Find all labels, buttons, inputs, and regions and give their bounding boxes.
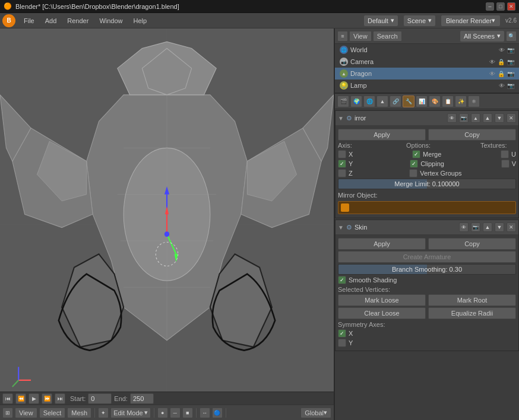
clipping-check[interactable] (410, 160, 418, 168)
global-dropdown[interactable]: Global ▾ (300, 408, 331, 418)
lamp-render-icon[interactable]: 📷 (507, 82, 514, 89)
axis-y-check[interactable] (338, 160, 346, 168)
prop-scene-icon[interactable]: 🌍 (350, 96, 362, 107)
transform-icon[interactable]: ↔ (200, 408, 210, 418)
start-frame-field[interactable]: 0 (88, 393, 112, 404)
mirror-down-btn[interactable]: ▼ (495, 113, 504, 123)
menu-render[interactable]: Render (62, 16, 93, 26)
mirror-close-btn[interactable]: ✕ (507, 113, 516, 123)
camera-render-icon[interactable]: 📷 (507, 59, 514, 65)
timeline-back-btn[interactable]: ⏮ (2, 393, 13, 404)
mark-loose-btn[interactable]: Mark Loose (338, 294, 426, 306)
search-icon[interactable]: 🔍 (506, 31, 517, 42)
menu-window[interactable]: Window (94, 16, 127, 26)
prop-world-icon[interactable]: 🌐 (363, 96, 375, 107)
lamp-eye-icon[interactable]: 👁 (499, 82, 505, 89)
world-eye-icon[interactable]: 👁 (499, 47, 505, 53)
mode-arrow: ▾ (144, 409, 148, 416)
outliner-dragon[interactable]: ▲ Dragon 👁 🔒 📷 (335, 68, 519, 79)
mirror-up-btn[interactable]: ▲ (483, 113, 492, 123)
menu-file[interactable]: File (19, 16, 39, 26)
skin-apply-btn[interactable]: Apply (338, 238, 426, 250)
skin-eye-btn[interactable]: 👁 (459, 222, 469, 232)
scene-dropdown[interactable]: Scene ▾ (403, 15, 436, 27)
prop-data-icon[interactable]: 📊 (416, 96, 428, 107)
axis-x-check[interactable] (338, 150, 346, 158)
select-menu[interactable]: Select (39, 408, 66, 418)
tex-u-check[interactable] (501, 150, 509, 158)
prop-render-icon[interactable]: 🎬 (337, 96, 349, 107)
minimize-button[interactable]: – (486, 2, 494, 11)
prop-particle-icon[interactable]: ✨ (455, 96, 467, 107)
end-frame-field[interactable]: 250 (130, 393, 154, 404)
close-button[interactable]: ✕ (507, 2, 515, 11)
mirror-render-btn[interactable]: ▲ (471, 113, 480, 123)
menu-add[interactable]: Add (40, 16, 62, 26)
face-select-icon[interactable]: ■ (182, 408, 193, 418)
mirror-copy-btn[interactable]: Copy (428, 129, 516, 141)
mark-root-btn[interactable]: Mark Root (428, 294, 516, 306)
camera-lock-icon[interactable]: 🔒 (498, 59, 505, 65)
mode-selector[interactable]: Edit Mode ▾ (110, 408, 151, 418)
edge-select-icon[interactable]: ─ (170, 408, 181, 418)
dragon-lock-icon[interactable]: 🔒 (498, 71, 505, 77)
prop-object-icon[interactable]: ▲ (376, 96, 388, 107)
create-armature-btn[interactable]: Create Armature (338, 251, 516, 263)
engine-dropdown[interactable]: Blender Render ▾ (441, 15, 501, 27)
clear-loose-btn[interactable]: Clear Loose (338, 307, 426, 319)
camera-eye-icon[interactable]: 👁 (489, 59, 495, 65)
snap-icon[interactable]: 🔵 (212, 408, 223, 418)
blender-logo-button[interactable]: B (2, 14, 15, 27)
all-scenes-dropdown[interactable]: All Scenes ▾ (460, 30, 505, 42)
viewport[interactable]: User Ortho (0, 28, 335, 420)
mirror-modifier-header[interactable]: ▼ ⚙ irror 👁 📷 ▲ ▲ ▼ ✕ (336, 111, 518, 125)
vertex-select-icon[interactable]: ● (157, 408, 168, 418)
mirror-apply-btn[interactable]: Apply (338, 129, 426, 141)
merge-check[interactable] (412, 150, 420, 158)
prop-physics-icon[interactable]: ⚛ (468, 96, 480, 107)
version-label: v2.6 (505, 17, 517, 24)
prop-modifier-icon[interactable]: 🔧 (403, 96, 414, 107)
title-text: Blender* [C:\Users\Ben\Dropbox\Blender\d… (15, 3, 179, 10)
mesh-menu[interactable]: Mesh (67, 408, 91, 418)
menu-help[interactable]: Help (129, 16, 152, 26)
sym-y-check[interactable] (338, 339, 346, 347)
view-menu[interactable]: User Ortho View (15, 408, 37, 418)
axis-z-check[interactable] (338, 169, 346, 177)
merge-limit-slider[interactable]: Merge Limit: 0.100000 (338, 179, 516, 189)
mirror-obj-icon (341, 203, 349, 212)
skin-down-btn[interactable]: ▼ (495, 222, 504, 232)
skin-camera-btn[interactable]: 📷 (471, 222, 480, 232)
world-render-icon[interactable]: 📷 (507, 47, 514, 53)
prop-texture-icon[interactable]: 📋 (442, 96, 454, 107)
tex-v-check[interactable] (501, 160, 509, 168)
skin-modifier-header[interactable]: ▼ ⚙ Skin 👁 📷 ▲ ▼ ✕ (336, 220, 518, 234)
viewport-view-icon[interactable]: ⊞ (2, 408, 13, 418)
outliner-world[interactable]: 🌐 World 👁 📷 (335, 44, 519, 56)
dragon-render-icon[interactable]: 📷 (507, 71, 514, 77)
skin-up-btn[interactable]: ▲ (483, 222, 492, 232)
skin-close-btn[interactable]: ✕ (507, 222, 516, 232)
layout-dropdown[interactable]: Default ▾ (363, 15, 398, 27)
outliner-lamp[interactable]: 💡 Lamp 👁 📷 (335, 79, 519, 91)
mirror-object-field[interactable] (338, 201, 516, 214)
dragon-eye-icon[interactable]: 👁 (489, 71, 495, 77)
branch-smoothing-slider[interactable]: Branch Smoothing: 0.30 (338, 264, 516, 275)
prop-material-icon[interactable]: 🎨 (429, 96, 441, 107)
timeline-next-btn[interactable]: ⏩ (42, 393, 52, 404)
timeline-play-btn[interactable]: ▶ (29, 393, 39, 404)
sym-x-check[interactable] (338, 329, 346, 338)
timeline-end-btn[interactable]: ⏭ (55, 393, 65, 404)
outliner-search[interactable]: Search (373, 31, 402, 42)
maximize-button[interactable]: □ (496, 2, 505, 11)
vertex-groups-check[interactable] (409, 169, 417, 177)
outliner-view[interactable]: View (349, 31, 372, 42)
mirror-eye-btn[interactable]: 👁 (447, 113, 457, 123)
prop-constraints-icon[interactable]: 🔗 (390, 96, 401, 107)
smooth-shading-check[interactable] (338, 276, 346, 284)
mirror-camera-btn[interactable]: 📷 (459, 113, 469, 123)
equalize-radii-btn[interactable]: Equalize Radii (428, 307, 516, 319)
timeline-prev-btn[interactable]: ⏪ (15, 393, 26, 404)
skin-copy-btn[interactable]: Copy (428, 238, 516, 250)
outliner-camera[interactable]: 📷 Camera 👁 🔒 📷 (335, 56, 519, 68)
